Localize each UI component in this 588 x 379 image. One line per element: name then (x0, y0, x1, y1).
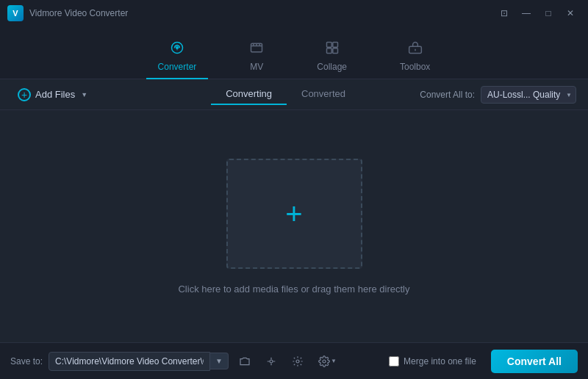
merge-label[interactable]: Merge into one file (404, 356, 476, 367)
toolbox-icon (408, 40, 423, 59)
converting-tabs: Converting Converted (211, 84, 360, 105)
close-button[interactable]: ✕ (560, 5, 581, 21)
convert-all-to-section: Convert All to: AU-Lossl... Quality (420, 86, 576, 104)
bottom-bar: Save to: ▼ ▼ Merge into one file Convert… (0, 342, 588, 379)
svg-rect-6 (332, 48, 337, 54)
merge-checkbox[interactable] (389, 356, 399, 367)
add-files-icon: + (18, 88, 31, 101)
title-bar: V Vidmore Video Converter ⊡ — □ ✕ (0, 0, 588, 26)
add-files-label: Add Files (35, 89, 75, 100)
tab-converter[interactable]: Converter (146, 35, 209, 79)
gear-dropdown-button[interactable]: ▼ (314, 353, 341, 370)
app-title: Vidmore Video Converter (29, 8, 494, 18)
svg-rect-3 (326, 43, 331, 48)
save-path-input[interactable] (49, 352, 210, 371)
converter-icon (170, 40, 184, 59)
tab-toolbox[interactable]: Toolbox (388, 35, 442, 79)
main-content: + Click here to add media files or drag … (0, 110, 588, 342)
settings-button-2[interactable] (287, 353, 308, 370)
app-logo: V (7, 5, 24, 21)
toolbar: + Add Files ▼ Converting Converted Conve… (0, 79, 588, 110)
maximize-button[interactable]: □ (538, 5, 559, 21)
plus-icon: + (285, 199, 302, 228)
converting-tab[interactable]: Converting (211, 84, 287, 105)
add-files-dropdown-arrow: ▼ (81, 91, 87, 98)
mv-icon (249, 40, 264, 59)
svg-point-10 (296, 360, 299, 363)
svg-point-9 (270, 360, 273, 363)
tab-mv[interactable]: MV (237, 35, 276, 79)
path-dropdown-button[interactable]: ▼ (210, 353, 229, 369)
minimize-button[interactable]: — (516, 5, 537, 21)
drop-zone[interactable]: + (226, 159, 362, 269)
svg-point-1 (176, 47, 179, 49)
settings-button-1[interactable] (261, 353, 282, 370)
converter-tab-label: Converter (158, 62, 197, 72)
collage-icon (325, 40, 340, 59)
format-select-wrapper[interactable]: AU-Lossl... Quality (481, 86, 576, 104)
tab-collage[interactable]: Collage (305, 35, 359, 79)
converted-tab[interactable]: Converted (287, 84, 360, 105)
nav-tabs: Converter MV Collage (0, 26, 588, 79)
save-path-wrapper: ▼ (49, 352, 229, 371)
save-to-label: Save to: (10, 356, 43, 367)
collage-tab-label: Collage (317, 62, 347, 72)
toolbox-tab-label: Toolbox (400, 62, 430, 72)
svg-point-11 (323, 360, 326, 363)
add-files-button[interactable]: + Add Files ▼ (12, 85, 93, 104)
screen-mode-button[interactable]: ⊡ (494, 5, 514, 21)
drop-hint: Click here to add media files or drag th… (178, 284, 409, 295)
convert-all-to-label: Convert All to: (420, 90, 475, 100)
open-folder-button[interactable] (234, 353, 255, 370)
format-select[interactable]: AU-Lossl... Quality (481, 86, 576, 104)
mv-tab-label: MV (250, 62, 263, 72)
convert-all-button[interactable]: Convert All (491, 350, 578, 373)
svg-rect-5 (326, 48, 331, 54)
svg-rect-4 (332, 43, 337, 48)
window-controls: ⊡ — □ ✕ (494, 5, 581, 21)
merge-checkbox-area: Merge into one file (389, 356, 476, 367)
